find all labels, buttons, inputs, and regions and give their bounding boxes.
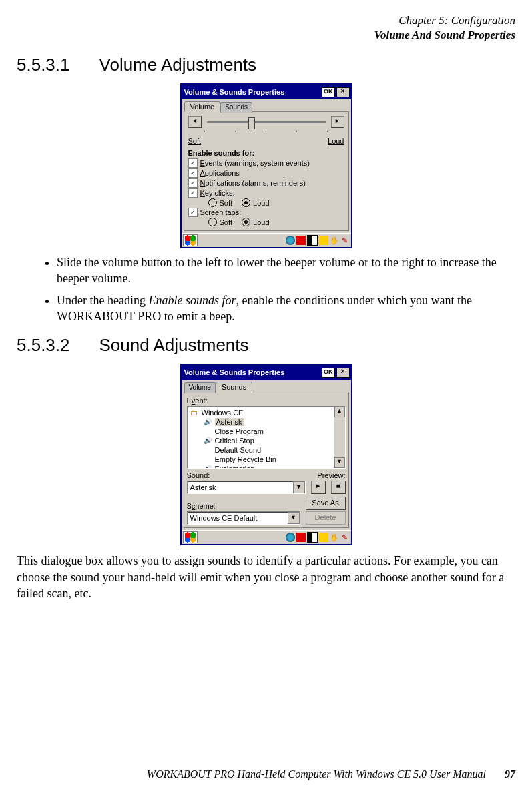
radio-keyclicks-soft[interactable] [208,198,217,207]
volume-slider-thumb[interactable] [248,117,255,129]
radio-label-soft-2: Soft [220,218,233,226]
checkbox-label-applications: Applications [200,169,240,177]
tab-volume[interactable]: Volume [184,101,221,112]
preview-stop-button[interactable]: ■ [331,481,346,494]
label-soft: Soft [188,137,202,145]
slider-right-button[interactable]: ► [331,116,344,128]
tray-icon-hand[interactable]: ✋ [330,533,339,542]
list-item-asterisk[interactable]: 🔊Asterisk [189,417,332,427]
slider-left-button[interactable]: ◄ [188,116,202,128]
section-line: Volume And Sound Properties [17,28,515,43]
checkbox-row-events: ✓ EEvents (warnings, system events)vents… [188,158,344,168]
heading-number: 5.5.3.1 [17,55,70,75]
bullet-1: Slide the volume button to the left to l… [57,254,515,287]
preview-play-button[interactable]: ► [311,481,326,494]
save-as-button[interactable]: Save As [306,497,346,510]
checkbox-screentaps[interactable]: ✓ [188,208,198,217]
radio-keyclicks-loud[interactable] [242,198,250,207]
start-button-icon[interactable] [183,234,198,246]
checkbox-label-events: EEvents (warnings, system events)vents (… [200,159,310,167]
checkbox-row-keyclicks: ✓ Key clicks: [188,188,344,198]
list-item-critical-stop[interactable]: 🔊Critical Stop [189,436,332,445]
list-item-exclamation[interactable]: 🔊Exclamation [189,464,332,468]
tab-volume-2[interactable]: Volume [184,382,216,393]
radio-label-soft: Soft [220,199,233,207]
dropdown-icon[interactable]: ▼ [288,512,300,524]
heading-number-2: 5.5.3.2 [17,335,70,356]
slider-labels: Soft Loud [188,137,344,145]
heading-title-2: Sound Adjustments [99,335,249,356]
tray-icon-bw[interactable] [307,235,318,246]
page-footer: WORKABOUT PRO Hand-Held Computer With Wi… [17,768,515,780]
close-button-2[interactable]: × [336,368,350,378]
enable-sounds-heading: Enable sounds for: [188,149,344,157]
scroll-up-button[interactable]: ▲ [334,407,345,417]
input-panel-icon[interactable]: ✎ [340,236,350,245]
checkbox-row-notifications: ✓ Notifications (alarms, reminders) [188,178,344,188]
checkbox-events[interactable]: ✓ [188,158,198,168]
scroll-down-button[interactable]: ▼ [334,457,345,468]
radio-row-screentaps: Soft Loud [208,218,344,226]
screenshot-volume-tab: Volume & Sounds Properties OK × Volume S… [180,83,352,248]
listbox-scrollbar[interactable]: ▲ ▼ [334,407,345,468]
close-button[interactable]: × [336,87,350,97]
label-loud: Loud [328,137,344,145]
tab-sounds-2[interactable]: Sounds [216,382,252,392]
delete-button[interactable]: Delete [306,511,346,525]
dropdown-icon[interactable]: ▼ [293,481,305,493]
label-event: Event: [187,396,346,405]
sound-icon: 🔊 [204,437,213,445]
taskbar-2: ✋ ✎ [182,530,351,544]
window-titlebar: Volume & Sounds Properties OK × [182,85,351,99]
radio-label-loud-2: Loud [253,218,269,226]
tab-panel-volume: ◄ ► ''''' Soft Loud Enable sounds for: ✓… [184,111,349,231]
tray-icon-bw[interactable] [307,532,318,543]
radio-row-keyclicks: Soft Loud [208,198,344,207]
checkbox-row-applications: ✓ Applications [188,168,344,178]
tab-row-2: Volume Sounds [182,380,351,392]
heading-volume-adjustments: 5.5.3.1 Volume Adjustments [17,55,515,75]
scheme-value: Windows CE Default [188,514,288,522]
checkbox-notifications[interactable]: ✓ [188,178,198,188]
folder-icon: 🗀 [190,409,200,417]
event-listbox[interactable]: 🗀Windows CE 🔊Asterisk 🔊Close Program 🔊Cr… [187,406,346,469]
list-item-root[interactable]: 🗀Windows CE [189,408,332,417]
taskbar: ✋ ✎ [182,233,351,247]
checkbox-keyclicks[interactable]: ✓ [188,188,198,198]
tray-icon-red[interactable] [296,236,306,245]
tab-sounds[interactable]: Sounds [220,102,252,113]
sound-value: Asterisk [188,483,293,491]
slider-ticks: ''''' [204,129,328,136]
event-list-content: 🗀Windows CE 🔊Asterisk 🔊Close Program 🔊Cr… [188,407,334,468]
input-panel-icon[interactable]: ✎ [340,533,350,542]
scheme-combobox[interactable]: Windows CE Default ▼ [187,511,300,525]
tray-icon-yellow[interactable] [319,533,328,542]
start-button-icon[interactable] [183,531,198,543]
network-icon[interactable] [286,236,295,245]
tray-icon-yellow[interactable] [319,236,328,245]
ok-button-2[interactable]: OK [322,368,335,378]
radio-label-loud: Loud [253,199,269,207]
checkbox-applications[interactable]: ✓ [188,168,198,178]
sound-icon: 🔊 [204,418,213,426]
system-tray: ✋ ✎ [286,235,350,246]
list-item-empty-bin[interactable]: 🔊Empty Recycle Bin [189,455,332,464]
sound-combobox[interactable]: Asterisk ▼ [187,481,306,494]
checkbox-row-screentaps: ✓ Screen taps: [188,208,344,217]
tab-panel-sounds: Event: 🗀Windows CE 🔊Asterisk 🔊Close Prog… [184,392,349,528]
radio-screentaps-soft[interactable] [208,218,217,226]
network-icon[interactable] [286,533,295,542]
volume-slider-track[interactable] [207,121,326,123]
list-item-close-program[interactable]: 🔊Close Program [189,427,332,436]
radio-screentaps-loud[interactable] [242,218,250,226]
system-tray-2: ✋ ✎ [286,532,350,543]
page-header: Chapter 5: Configuration Volume And Soun… [17,13,515,43]
paragraph-sounds-desc: This dialogue box allows you to assign s… [17,553,515,601]
list-item-default-sound[interactable]: 🔊Default Sound [189,445,332,455]
ok-button[interactable]: OK [322,87,335,97]
instruction-list: Slide the volume button to the left to l… [17,254,515,324]
footer-title: WORKABOUT PRO Hand-Held Computer With Wi… [147,768,486,780]
tray-icon-red[interactable] [296,533,306,542]
tray-icon-hand[interactable]: ✋ [330,236,339,245]
heading-sound-adjustments: 5.5.3.2 Sound Adjustments [17,335,515,356]
